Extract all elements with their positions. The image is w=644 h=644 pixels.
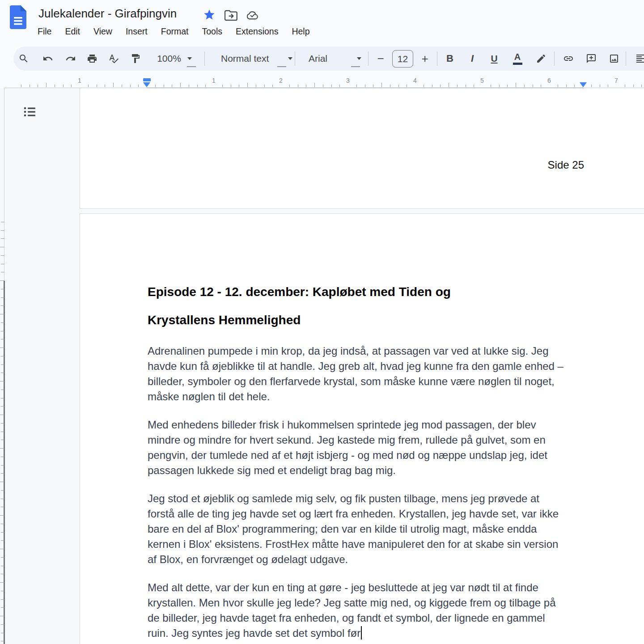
ruler-tick [558, 85, 558, 87]
ruler-tick [591, 85, 592, 87]
document-body[interactable]: Episode 12 - 12. december: Kapløbet med … [148, 278, 622, 644]
paint-format-button[interactable] [127, 47, 144, 71]
decrease-font-size-button[interactable]: − [373, 47, 389, 71]
ruler-tick [440, 85, 441, 87]
vertical-ruler-tick [1, 532, 4, 533]
page-26-editor[interactable]: Episode 12 - 12. december: Kapløbet med … [80, 213, 644, 644]
vertical-ruler-tick [1, 557, 4, 558]
add-comment-button[interactable] [583, 47, 599, 71]
vertical-ruler-tick [1, 574, 4, 574]
paragraph-4-text: Med alt dette, var der kun en ting at gø… [148, 581, 556, 639]
align-left-button[interactable] [632, 47, 644, 71]
ruler-tick [365, 85, 365, 87]
print-button[interactable] [84, 47, 100, 71]
ruler-tick [499, 85, 500, 87]
vertical-ruler-tick [1, 331, 4, 331]
ruler-tick [323, 85, 323, 87]
chevron-down-icon [187, 57, 192, 60]
ruler-tick [356, 85, 357, 87]
insert-link-button[interactable] [560, 47, 576, 71]
document-title[interactable]: Julekalender - Girafpingvin [38, 7, 177, 21]
star-icon[interactable] [203, 8, 216, 21]
google-docs-logo[interactable] [10, 5, 26, 29]
ruler-tick [155, 85, 156, 87]
italic-button[interactable]: I [464, 47, 480, 71]
ruler-tick [197, 85, 198, 87]
vertical-ruler-tick [1, 364, 4, 365]
toolbar: 100% Normal text Arial − 12 + B I U A [13, 47, 644, 71]
ruler-tick [541, 85, 541, 87]
toolbar-divider [626, 51, 626, 66]
underline-button[interactable]: U [486, 47, 502, 71]
vertical-ruler-tick [1, 607, 4, 608]
chevron-down-icon [357, 57, 361, 60]
vertical-ruler-tick [0, 582, 4, 583]
chevron-down-icon [288, 57, 292, 60]
font-dropdown-underline [351, 66, 360, 67]
vertical-ruler-tick [1, 356, 4, 356]
ruler-number: 4 [413, 77, 417, 84]
paragraph-2[interactable]: Med enhedens billeder frisk i hukommelse… [148, 417, 622, 478]
ruler-number: 1 [78, 77, 81, 84]
paragraph-4[interactable]: Med alt dette, var der kun en ting at gø… [148, 580, 622, 641]
text-cursor [361, 626, 362, 640]
ruler-tick [491, 85, 491, 87]
episode-heading[interactable]: Episode 12 - 12. december: Kapløbet med … [148, 278, 622, 334]
vertical-ruler-tick [0, 549, 4, 549]
menu-insert[interactable]: Insert [126, 26, 148, 37]
undo-button[interactable] [40, 47, 56, 71]
font-size-field[interactable]: 12 [392, 50, 413, 68]
ruler-tick [507, 85, 508, 87]
vertical-ruler-margin-line [4, 281, 5, 644]
menu-format[interactable]: Format [161, 26, 189, 37]
vertical-ruler-tick [1, 264, 4, 264]
ruler-tick [21, 85, 21, 87]
ruler-tick [38, 85, 38, 87]
vertical-ruler-tick [1, 406, 4, 407]
ruler-tick [256, 85, 256, 87]
menu-edit[interactable]: Edit [65, 26, 80, 37]
ruler-tick [247, 83, 248, 87]
ruler-tick [97, 85, 97, 87]
toolbar-divider [437, 51, 437, 66]
menu-view[interactable]: View [93, 26, 112, 37]
left-indent-marker[interactable] [143, 82, 150, 87]
bold-button[interactable]: B [442, 47, 458, 71]
ruler-tick [113, 83, 114, 87]
ruler-tick [46, 83, 47, 87]
menu-help[interactable]: Help [292, 26, 309, 37]
ruler-tick [600, 85, 600, 87]
move-to-folder-icon[interactable] [225, 8, 238, 22]
ruler-tick [138, 85, 139, 87]
vertical-ruler-tick [0, 247, 4, 247]
paragraph-3[interactable]: Jeg stod et øjeblik og samlede mig selv,… [148, 491, 622, 567]
vertical-ruler-tick [1, 507, 4, 507]
ruler-tick [407, 85, 407, 87]
redo-button[interactable] [63, 47, 79, 71]
vertical-ruler-tick [1, 591, 4, 591]
ruler-tick [172, 85, 172, 87]
cloud-saved-icon[interactable] [246, 8, 259, 21]
ruler-tick [574, 85, 575, 87]
ruler-tick [625, 85, 625, 87]
ruler-tick [164, 85, 164, 87]
vertical-ruler-tick [0, 482, 4, 482]
insert-image-button[interactable] [606, 47, 622, 71]
vertical-ruler-tick [0, 448, 4, 449]
menu-tools[interactable]: Tools [202, 26, 223, 37]
ruler-tick [457, 85, 458, 87]
ruler-tick [533, 85, 533, 87]
text-color-button[interactable]: A [509, 47, 525, 71]
search-button[interactable] [16, 47, 32, 71]
document-outline-button[interactable] [22, 105, 37, 119]
increase-font-size-button[interactable]: + [417, 47, 433, 71]
highlighter-button[interactable] [533, 47, 549, 71]
menu-file[interactable]: File [38, 26, 51, 37]
right-indent-marker[interactable] [580, 82, 587, 87]
page-25[interactable]: Side 25 [80, 88, 644, 209]
ruler-tick [222, 85, 223, 87]
spellcheck-button[interactable] [106, 47, 122, 71]
first-line-indent-marker[interactable] [143, 78, 151, 81]
menu-extensions[interactable]: Extensions [236, 26, 278, 37]
paragraph-1[interactable]: Adrenalinen pumpede i min krop, da jeg i… [148, 343, 622, 404]
